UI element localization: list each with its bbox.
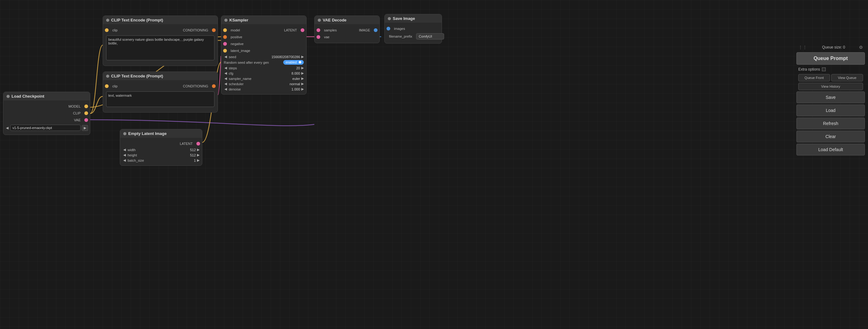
field-batch-name: batch_size: [128, 159, 193, 162]
load-button[interactable]: Load: [797, 104, 865, 116]
refresh-button[interactable]: Refresh: [797, 118, 865, 129]
field-steps-left[interactable]: ◀: [224, 66, 227, 70]
ckpt-value[interactable]: v1-5-pruned-emaonly.ckpt: [10, 125, 81, 131]
field-random-seed: Random seed after every gen enabled: [221, 59, 306, 65]
port-model-in-connector[interactable]: [223, 28, 227, 32]
field-seed: ◀ seed 156680208700286 ▶: [221, 54, 306, 59]
ckpt-select-row: ◀ v1-5-pruned-emaonly.ckpt ▶: [3, 124, 90, 132]
load-checkpoint-dot: [6, 95, 10, 98]
port-model-connector[interactable]: [84, 104, 88, 108]
vae-decode-body: samples IMAGE vae: [315, 24, 379, 43]
sub-buttons-row: Queue Front View Queue: [797, 74, 865, 81]
clip-text-pos-textarea[interactable]: [106, 35, 214, 60]
field-seed-value: 156680208700286: [271, 55, 300, 59]
clip-text-neg-textarea[interactable]: [106, 91, 214, 107]
port-clip-in-neg: clip CONDITIONING: [103, 83, 218, 90]
save-image-title: Save Image: [393, 16, 415, 21]
field-width-right[interactable]: ▶: [197, 148, 199, 152]
field-denoise-left[interactable]: ◀: [224, 87, 227, 91]
toggle-enabled[interactable]: enabled: [283, 60, 304, 65]
field-seed-name: seed: [229, 55, 270, 59]
field-steps-name: steps: [229, 66, 295, 70]
save-button[interactable]: Save: [797, 91, 865, 103]
load-checkpoint-header: Load Checkpoint: [3, 92, 90, 100]
empty-latent-title: Empty Latent Image: [128, 131, 167, 136]
field-width-value: 512: [190, 148, 196, 152]
view-history-button[interactable]: View History: [798, 83, 863, 90]
extra-options-checkbox[interactable]: [822, 67, 826, 71]
ckpt-arrow-right[interactable]: ▶: [82, 125, 88, 131]
field-cfg-right[interactable]: ▶: [301, 71, 304, 75]
extra-options-label: Extra options: [798, 67, 820, 71]
ckpt-arrow-left[interactable]: ◀: [5, 126, 9, 130]
field-sampler-right[interactable]: ▶: [301, 76, 304, 80]
port-conditioning-pos-connector[interactable]: [212, 28, 216, 32]
field-height-left[interactable]: ◀: [123, 153, 126, 157]
field-batch-right[interactable]: ▶: [197, 158, 199, 162]
port-vae-connector[interactable]: [84, 118, 88, 122]
port-positive-in: positive: [221, 34, 306, 40]
port-clip-in-neg-connector[interactable]: [105, 84, 108, 88]
port-vae-in-label: vae: [322, 35, 332, 39]
load-default-button[interactable]: Load Default: [797, 144, 865, 156]
ksampler-header: KSampler: [221, 16, 306, 24]
clip-text-pos-header: CLIP Text Encode (Prompt): [103, 16, 218, 24]
vae-decode-title: VAE Decode: [323, 18, 346, 22]
filename-prefix-input[interactable]: [416, 33, 444, 39]
field-width: ◀ width 512 ▶: [120, 147, 202, 152]
port-latent-in-label: latent_image: [229, 49, 252, 53]
field-random-seed-name: Random seed after every gen: [224, 61, 282, 64]
port-image-out-connector[interactable]: [374, 28, 377, 32]
save-image-body: images filename_prefix: [385, 23, 442, 43]
port-model: MODEL: [3, 103, 90, 110]
field-height-right[interactable]: ▶: [197, 153, 199, 157]
field-cfg-left[interactable]: ◀: [224, 71, 227, 75]
filename-row: filename_prefix: [385, 32, 442, 41]
port-model-in-label: model: [229, 28, 242, 32]
port-conditioning-neg-connector[interactable]: [212, 84, 216, 88]
queue-size-label: Queue size: 0: [822, 45, 845, 50]
port-vae: VAE: [3, 117, 90, 124]
field-scheduler-name: scheduler: [229, 82, 288, 86]
port-images-in-connector[interactable]: [386, 27, 390, 30]
field-steps-right[interactable]: ▶: [301, 66, 304, 70]
clear-button[interactable]: Clear: [797, 131, 865, 142]
port-vae-in: vae: [315, 34, 379, 40]
port-positive-in-connector[interactable]: [223, 35, 227, 39]
field-sampler-left[interactable]: ◀: [224, 76, 227, 80]
port-vae-in-connector[interactable]: [316, 35, 320, 39]
vae-decode-header: VAE Decode: [315, 16, 379, 24]
port-images-in: images: [385, 25, 442, 32]
port-samples-in-connector[interactable]: [316, 28, 320, 32]
port-negative-in-connector[interactable]: [223, 42, 227, 46]
port-clip-in-pos-connector[interactable]: [105, 28, 108, 32]
field-seed-right[interactable]: ▶: [301, 55, 304, 59]
field-denoise: ◀ denoise 1.000 ▶: [221, 87, 306, 92]
port-latent-in-connector[interactable]: [223, 49, 227, 53]
port-clip-in-pos-label: clip: [111, 28, 120, 32]
port-latent-out-ks-connector[interactable]: [301, 28, 304, 32]
port-clip-connector[interactable]: [84, 111, 88, 115]
field-sampler-name: sampler_name: [229, 77, 291, 80]
field-scheduler-right[interactable]: ▶: [301, 82, 304, 86]
port-image-out-label: IMAGE: [339, 28, 372, 32]
port-latent-connector[interactable]: [196, 142, 200, 145]
field-scheduler-value: normal: [289, 82, 300, 86]
view-history-row: View History: [797, 83, 865, 90]
clip-text-pos-node: CLIP Text Encode (Prompt) clip CONDITION…: [103, 15, 218, 66]
queue-prompt-button[interactable]: Queue Prompt: [797, 52, 865, 65]
ksampler-dot: [224, 19, 227, 22]
field-seed-left[interactable]: ◀: [224, 55, 227, 59]
vae-decode-dot: [318, 19, 321, 22]
field-height: ◀ height 512 ▶: [120, 152, 202, 158]
field-denoise-right[interactable]: ▶: [301, 87, 304, 91]
vae-decode-node: VAE Decode samples IMAGE vae: [314, 15, 380, 43]
view-queue-button[interactable]: View Queue: [831, 74, 863, 81]
load-checkpoint-body: MODEL CLIP VAE ◀ v1-5-pruned-emaonly.ckp…: [3, 100, 90, 135]
queue-front-button[interactable]: Queue Front: [798, 74, 830, 81]
field-steps-value: 20: [296, 66, 300, 70]
field-scheduler-left[interactable]: ◀: [224, 82, 227, 86]
field-batch-left[interactable]: ◀: [123, 158, 126, 162]
gear-icon[interactable]: ⚙: [859, 45, 863, 50]
field-width-left[interactable]: ◀: [123, 148, 126, 152]
